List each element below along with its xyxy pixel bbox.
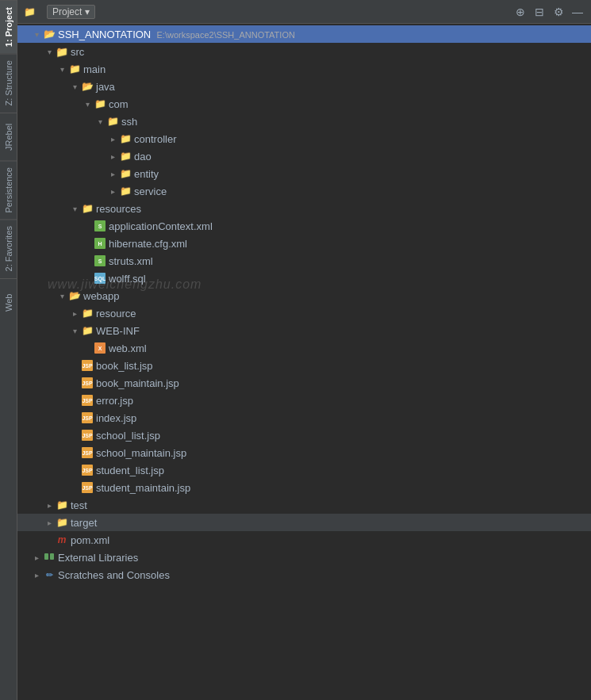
student-maintain-jsp-icon: JSP	[81, 481, 94, 494]
main-arrow	[56, 63, 68, 75]
src-folder-icon: 📁	[56, 45, 68, 58]
java-arrow	[68, 80, 81, 93]
tree-item-school-list-jsp[interactable]: JSP school_list.jsp	[17, 427, 591, 444]
tree-item-hibernate-cfg[interactable]: H hibernate.cfg.xml	[17, 235, 591, 252]
controller-folder-icon: 📁	[119, 132, 132, 145]
leaf-spacer	[81, 342, 94, 354]
minimize-icon[interactable]: —	[570, 5, 585, 19]
tree-item-src[interactable]: 📁 src	[17, 43, 591, 60]
tree-item-error-jsp[interactable]: JSP error.jsp	[17, 392, 591, 409]
leaf-spacer	[81, 272, 94, 285]
project-dropdown[interactable]: Project ▾	[47, 5, 95, 19]
globe-icon[interactable]: ⊕	[513, 5, 528, 19]
web-xml-icon: X	[94, 342, 106, 354]
dao-folder-icon: 📁	[119, 150, 132, 163]
resources-folder-icon: 📁	[81, 202, 94, 215]
web-inf-folder-icon: 📁	[81, 324, 94, 337]
tree-item-dao[interactable]: 📁 dao	[17, 147, 591, 165]
tree-item-school-maintain-jsp[interactable]: JSP school_maintain.jsp	[17, 444, 591, 461]
controller-arrow	[106, 132, 119, 145]
project-tab[interactable]: 1: Project	[0, 0, 17, 53]
tree-item-resource[interactable]: 📁 resource	[17, 304, 591, 322]
tree-item-resources[interactable]: 📁 resources	[17, 200, 591, 217]
tree-item-application-context[interactable]: S applicationContext.xml	[17, 217, 591, 235]
toolbar: 📁 Project ▾ ⊕ ⊟ ⚙ —	[17, 0, 591, 24]
ext-libs-arrow	[30, 551, 43, 564]
tree-item-entity[interactable]: 📁 entity	[17, 165, 591, 182]
leaf-spacer	[68, 377, 81, 389]
tree-item-index-jsp[interactable]: JSP index.jsp	[17, 409, 591, 427]
wolff-sql-icon: SQL	[94, 272, 106, 285]
root-folder-icon: 📂	[43, 28, 56, 40]
leaf-spacer	[81, 254, 94, 267]
service-folder-icon: 📁	[119, 185, 132, 197]
tree-item-struts-xml[interactable]: S struts.xml	[17, 252, 591, 270]
com-folder-icon: 📁	[94, 98, 106, 110]
webapp-arrow	[56, 289, 68, 302]
test-arrow	[43, 499, 56, 511]
tree-item-web-inf[interactable]: 📁 WEB-INF	[17, 322, 591, 339]
horizontal-split-icon[interactable]: ⊟	[532, 5, 547, 19]
leaf-spacer	[68, 429, 81, 442]
gear-icon[interactable]: ⚙	[551, 5, 566, 19]
leaf-spacer	[68, 411, 81, 424]
web-inf-arrow	[68, 324, 81, 337]
test-folder-icon: 📁	[56, 499, 68, 511]
student-list-jsp-icon: JSP	[81, 464, 94, 476]
tree-item-ssh[interactable]: 📁 ssh	[17, 113, 591, 130]
com-arrow	[81, 98, 94, 110]
main-folder-icon: 📁	[68, 63, 81, 75]
jrebel-tab[interactable]: JRebel	[0, 113, 17, 160]
tree-item-webapp[interactable]: 📂 webapp	[17, 287, 591, 304]
resources-arrow	[68, 202, 81, 215]
ssh-annotation-arrow	[30, 28, 43, 40]
favorites-tab[interactable]: 2: Favorites	[0, 219, 17, 277]
leaf-spacer	[81, 237, 94, 250]
tree-item-java[interactable]: 📂 java	[17, 78, 591, 95]
leaf-spacer	[68, 359, 81, 372]
structure-tab[interactable]: Z: Structure	[0, 53, 17, 112]
tree-item-web-xml[interactable]: X web.xml	[17, 339, 591, 357]
scratches-icon: ✏	[43, 568, 56, 581]
leaf-spacer	[81, 220, 94, 232]
tree-item-controller[interactable]: 📁 controller	[17, 130, 591, 147]
leaf-spacer	[68, 446, 81, 459]
webapp-folder-icon: 📂	[68, 289, 81, 302]
tree-item-book-maintain-jsp[interactable]: JSP book_maintain.jsp	[17, 374, 591, 392]
persistence-tab[interactable]: Persistence	[0, 160, 17, 219]
resource-arrow	[68, 307, 81, 319]
target-arrow	[43, 516, 56, 529]
src-arrow	[43, 45, 56, 58]
ssh-arrow	[94, 115, 106, 128]
leaf-spacer	[68, 464, 81, 476]
hibernate-cfg-icon: H	[94, 237, 106, 250]
struts-xml-icon: S	[94, 254, 106, 267]
pom-xml-icon: m	[56, 534, 68, 546]
tree-item-service[interactable]: 📁 service	[17, 182, 591, 200]
tree-item-test[interactable]: 📁 test	[17, 496, 591, 514]
tree-item-book-list-jsp[interactable]: JSP book_list.jsp	[17, 357, 591, 374]
tree-item-wolff-sql[interactable]: SQL wolff.sql	[17, 270, 591, 287]
tree-item-target[interactable]: 📁 target	[17, 514, 591, 531]
resource-folder-icon: 📁	[81, 307, 94, 319]
dao-arrow	[106, 150, 119, 163]
project-tree[interactable]: 📂 SSH_ANNOTATION E:\workspace2\SSH_ANNOT…	[17, 24, 591, 700]
main-panel: 📁 Project ▾ ⊕ ⊟ ⚙ — 📂 SSH_ANNOTATION E:\…	[17, 0, 591, 700]
school-list-jsp-icon: JSP	[81, 429, 94, 442]
school-maintain-jsp-icon: JSP	[81, 446, 94, 459]
leaf-spacer	[43, 534, 56, 546]
svg-rect-0	[44, 553, 48, 560]
tree-root-ssh-annotation[interactable]: 📂 SSH_ANNOTATION E:\workspace2\SSH_ANNOT…	[17, 25, 591, 43]
book-maintain-jsp-icon: JSP	[81, 377, 94, 389]
tree-item-student-list-jsp[interactable]: JSP student_list.jsp	[17, 461, 591, 479]
tree-item-scratches-consoles[interactable]: ✏ Scratches and Consoles	[17, 566, 591, 583]
target-folder-icon: 📁	[56, 516, 68, 529]
ssh-folder-icon: 📁	[106, 115, 119, 128]
web-tab[interactable]: Web	[0, 278, 17, 326]
tree-item-student-maintain-jsp[interactable]: JSP student_maintain.jsp	[17, 479, 591, 496]
tree-item-com[interactable]: 📁 com	[17, 95, 591, 113]
entity-folder-icon: 📁	[119, 167, 132, 180]
tree-item-external-libraries[interactable]: External Libraries	[17, 549, 591, 566]
tree-item-pom-xml[interactable]: m pom.xml	[17, 531, 591, 549]
tree-item-main[interactable]: 📁 main	[17, 60, 591, 78]
